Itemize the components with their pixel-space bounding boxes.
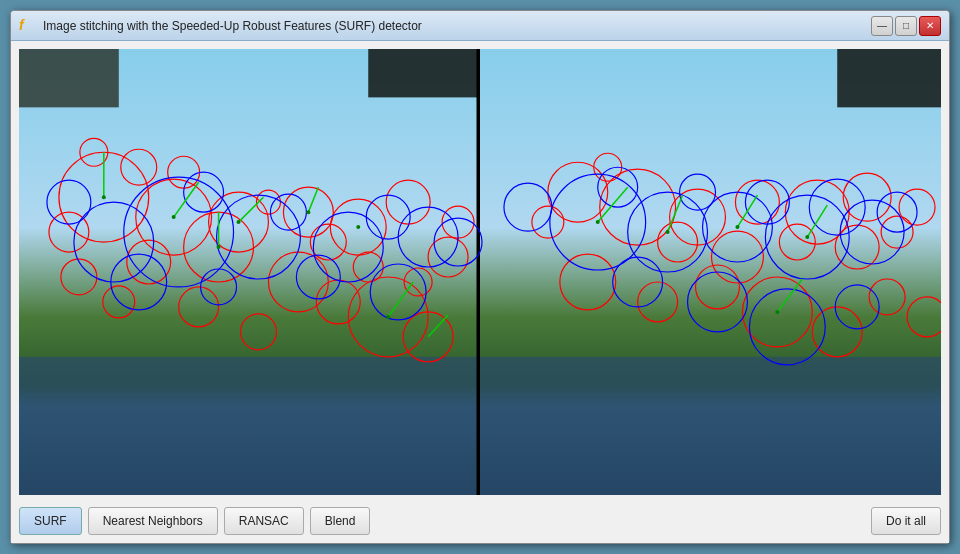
nearest-neighbors-button[interactable]: Nearest Neighbors (88, 507, 218, 535)
svg-point-56 (172, 215, 176, 219)
svg-point-103 (596, 220, 600, 224)
svg-point-58 (306, 210, 310, 214)
blend-button[interactable]: Blend (310, 507, 371, 535)
toolbar: SURF Nearest Neighbors RANSAC Blend Do i… (11, 499, 949, 543)
feature-visualization (19, 49, 941, 495)
titlebar: f Image stitching with the Speeded-Up Ro… (11, 11, 949, 41)
svg-point-59 (356, 225, 360, 229)
minimize-button[interactable]: — (871, 16, 893, 36)
svg-rect-5 (19, 357, 478, 495)
window-title: Image stitching with the Speeded-Up Robu… (43, 19, 871, 33)
close-button[interactable]: ✕ (919, 16, 941, 36)
svg-rect-6 (480, 357, 941, 495)
do-it-all-button[interactable]: Do it all (871, 507, 941, 535)
svg-point-104 (666, 230, 670, 234)
svg-point-61 (386, 315, 390, 319)
surf-button[interactable]: SURF (19, 507, 82, 535)
main-window: f Image stitching with the Speeded-Up Ro… (10, 10, 950, 544)
svg-point-105 (735, 225, 739, 229)
image-display-area (19, 49, 941, 495)
app-icon: f (19, 17, 37, 35)
svg-rect-1 (19, 49, 119, 107)
window-controls: — □ ✕ (871, 16, 941, 36)
ransac-button[interactable]: RANSAC (224, 507, 304, 535)
svg-point-57 (237, 220, 241, 224)
svg-point-60 (217, 245, 221, 249)
svg-rect-4 (837, 49, 941, 107)
maximize-button[interactable]: □ (895, 16, 917, 36)
svg-rect-2 (368, 49, 478, 97)
svg-point-107 (775, 310, 779, 314)
svg-point-55 (102, 195, 106, 199)
svg-point-106 (805, 235, 809, 239)
